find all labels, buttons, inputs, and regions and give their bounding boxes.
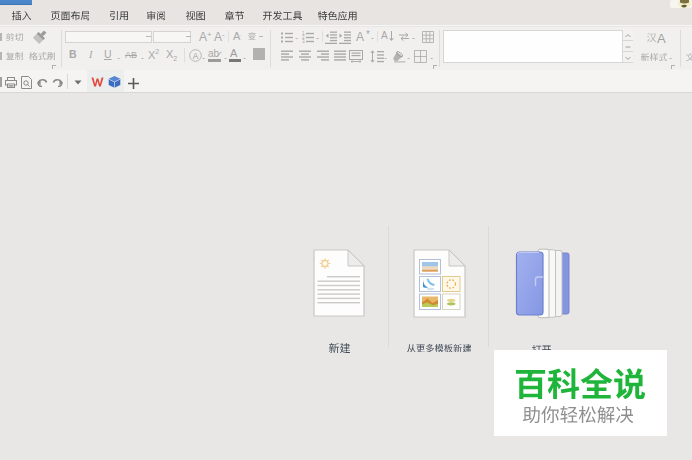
svg-text:3.: 3. bbox=[302, 39, 306, 44]
svg-text:A: A bbox=[193, 51, 199, 61]
